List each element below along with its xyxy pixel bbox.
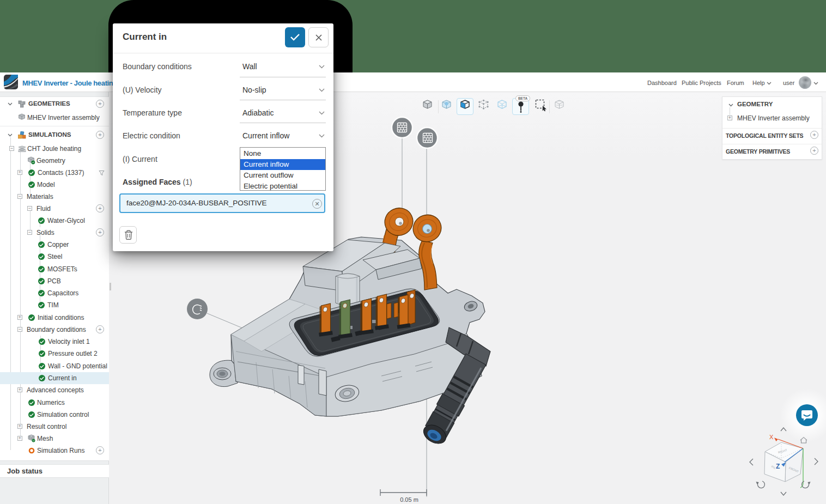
svg-text:Z: Z <box>776 463 780 470</box>
svg-text:0.05 m: 0.05 m <box>400 496 418 503</box>
svg-text:X: X <box>769 434 774 440</box>
